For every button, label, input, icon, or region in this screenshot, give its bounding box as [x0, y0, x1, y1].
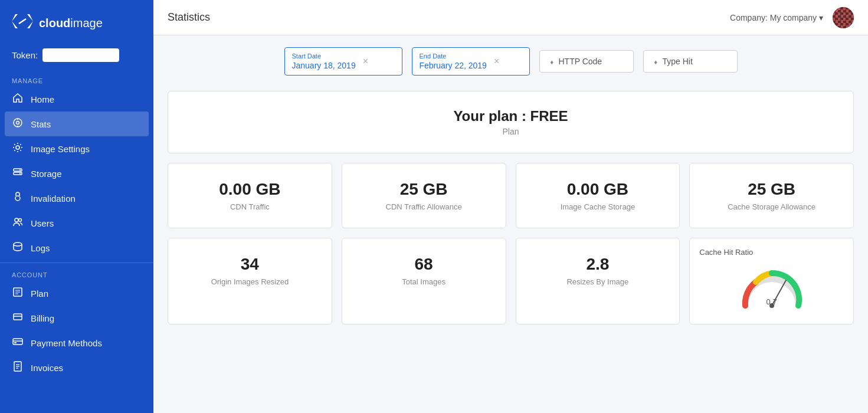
sidebar-item-payment-methods[interactable]: Payment Methods [0, 330, 153, 355]
stat-cache-allowance-label: Cache Storage Allowance [699, 202, 844, 211]
stat-origin-images-label: Origin Images Resized [178, 277, 322, 286]
sidebar-item-billing[interactable]: Billing [0, 306, 153, 330]
sidebar-item-plan[interactable]: Plan [0, 281, 153, 306]
invalidation-icon [12, 192, 24, 205]
stat-total-images: 68 Total Images [342, 238, 506, 324]
sidebar-item-image-settings[interactable]: Image Settings [0, 136, 153, 161]
svg-rect-19 [13, 339, 22, 345]
sidebar-logo: cloudimage [0, 0, 153, 46]
stats-content: Your plan : FREE Plan 0.00 GB CDN Traffi… [153, 81, 868, 413]
sidebar-item-logs[interactable]: Logs [0, 235, 153, 260]
plan-title: Your plan : FREE [185, 108, 837, 124]
type-hit-dropdown[interactable]: ⬧ Type Hit [643, 50, 738, 73]
end-date-value: February 22, 2019 [420, 61, 487, 70]
svg-line-2 [19, 19, 26, 24]
stat-cdn-traffic-value: 0.00 GB [178, 180, 322, 199]
company-label: Company: My company [730, 13, 817, 22]
stat-cdn-traffic-label: CDN Traffic [178, 202, 322, 211]
stat-origin-images-value: 34 [178, 255, 322, 274]
start-date-field[interactable]: Start Date January 18, 2019 × [284, 47, 402, 76]
invoices-icon [12, 361, 24, 374]
end-date-field[interactable]: End Date February 22, 2019 × [412, 47, 530, 76]
start-date-clear-icon[interactable]: × [363, 56, 368, 67]
plan-icon [12, 287, 24, 300]
stat-image-cache-label: Image Cache Storage [526, 202, 670, 211]
stats-icon [12, 117, 24, 130]
page-title: Statistics [168, 11, 210, 24]
sidebar-item-image-settings-label: Image Settings [31, 144, 90, 154]
svg-point-10 [19, 169, 21, 171]
token-label: Token: [12, 50, 38, 60]
logo-icon [12, 13, 33, 33]
filter-bar: Start Date January 18, 2019 × End Date F… [153, 35, 868, 81]
company-selector[interactable]: Company: My company ▾ [730, 13, 823, 22]
svg-point-15 [14, 242, 22, 246]
type-hit-icon: ⬧ [653, 57, 658, 66]
sidebar-item-logs-label: Logs [31, 243, 50, 253]
svg-point-11 [19, 173, 21, 174]
svg-point-14 [19, 219, 22, 222]
sidebar-section-account: ACCOUNT [0, 266, 153, 281]
sidebar-item-invalidation-label: Invalidation [31, 194, 76, 204]
sidebar-item-stats-label: Stats [31, 119, 51, 129]
svg-rect-21 [14, 342, 17, 343]
plan-subtitle: Plan [185, 127, 837, 136]
topbar: Statistics Company: My company ▾ [153, 0, 868, 35]
sidebar-item-invoices[interactable]: Invoices [0, 355, 153, 380]
end-date-wrapper: End Date February 22, 2019 [420, 53, 487, 70]
stat-cdn-allowance-label: CDN Traffic Allowance [352, 202, 496, 211]
stat-cdn-allowance-value: 25 GB [352, 180, 496, 199]
payment-methods-icon [12, 336, 24, 349]
gauge-container: 0.7 [699, 261, 844, 314]
avatar[interactable] [833, 7, 854, 28]
stat-total-images-label: Total Images [352, 277, 496, 286]
sidebar-item-home-label: Home [31, 94, 54, 104]
svg-marker-1 [27, 14, 33, 28]
http-code-label: HTTP Code [559, 57, 602, 66]
svg-marker-0 [12, 14, 18, 28]
logo-text: cloudimage [39, 17, 103, 30]
stat-resizes-by-image: 2.8 Resizes By Image [516, 238, 680, 324]
stat-image-cache: 0.00 GB Image Cache Storage [516, 163, 680, 228]
svg-rect-17 [14, 314, 22, 320]
sidebar-item-stats[interactable]: Stats [5, 112, 149, 136]
stat-image-cache-value: 0.00 GB [526, 180, 670, 199]
sidebar-item-invoices-label: Invoices [31, 363, 63, 373]
svg-point-7 [16, 146, 19, 149]
stat-cdn-traffic: 0.00 GB CDN Traffic [168, 163, 332, 228]
end-date-label: End Date [420, 53, 487, 60]
svg-point-3 [14, 119, 22, 127]
sidebar-item-storage[interactable]: Storage [0, 161, 153, 186]
users-icon [12, 217, 24, 230]
home-icon [12, 93, 24, 106]
sidebar-item-home[interactable]: Home [0, 87, 153, 112]
sidebar-item-payment-methods-label: Payment Methods [31, 338, 102, 348]
main-content: Statistics Company: My company ▾ Start D… [153, 0, 868, 413]
http-code-icon: ⬧ [549, 57, 554, 66]
token-row: Token: [0, 46, 153, 71]
sidebar-item-storage-label: Storage [31, 169, 62, 179]
cache-hit-title: Cache Hit Ratio [699, 248, 844, 257]
sidebar-item-plan-label: Plan [31, 289, 48, 299]
start-date-label: Start Date [292, 53, 356, 60]
avatar-image [833, 7, 854, 28]
sidebar: cloudimage Token: MANAGE Home Stats Imag… [0, 0, 153, 413]
gauge-value: 0.7 [767, 297, 777, 306]
billing-icon [12, 312, 24, 324]
token-input[interactable] [42, 48, 119, 62]
stat-resizes-label: Resizes By Image [526, 277, 670, 286]
stat-cdn-allowance: 25 GB CDN Traffic Allowance [342, 163, 506, 228]
storage-icon [12, 167, 24, 180]
sidebar-item-invalidation[interactable]: Invalidation [0, 186, 153, 211]
stat-origin-images: 34 Origin Images Resized [168, 238, 332, 324]
end-date-clear-icon[interactable]: × [494, 56, 499, 67]
http-code-dropdown[interactable]: ⬧ HTTP Code [539, 50, 634, 73]
svg-point-4 [17, 122, 19, 124]
sidebar-item-users[interactable]: Users [0, 211, 153, 235]
sidebar-item-billing-label: Billing [31, 313, 54, 323]
company-dropdown-icon: ▾ [819, 13, 823, 22]
sidebar-section-manage: MANAGE [0, 71, 153, 87]
topbar-right: Company: My company ▾ [730, 7, 854, 28]
stat-total-images-value: 68 [352, 255, 496, 274]
type-hit-label: Type Hit [663, 57, 693, 66]
